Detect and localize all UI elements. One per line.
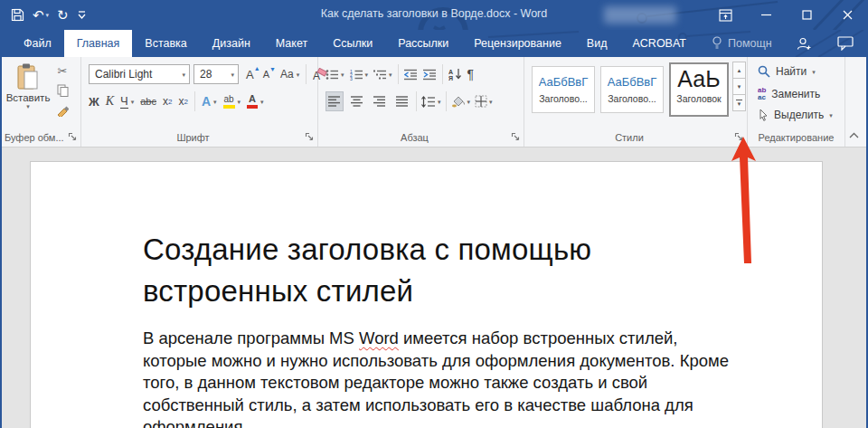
window-controls: [705, 0, 868, 30]
numbering-button[interactable]: 123 ▾: [350, 69, 369, 81]
find-caret-icon[interactable]: ▾: [812, 69, 816, 75]
tab-references[interactable]: Ссылки: [320, 30, 385, 57]
font-size-caret-icon[interactable]: ▾: [231, 71, 234, 78]
comments-icon[interactable]: [837, 36, 854, 51]
tab-layout-label: Макет: [276, 37, 307, 50]
cut-icon[interactable]: ✂: [58, 65, 68, 77]
tab-review[interactable]: Рецензирование: [461, 30, 574, 57]
scroll-down-icon: ▼: [737, 84, 742, 90]
tab-file[interactable]: Файл: [11, 30, 64, 57]
style-name: Заголово...: [601, 93, 663, 104]
customize-quick-access-icon[interactable]: [77, 10, 87, 20]
tab-mailings[interactable]: Рассылки: [385, 30, 461, 57]
align-right-button[interactable]: [371, 91, 389, 111]
font-name-combo[interactable]: Calibri Light ▾: [89, 64, 190, 84]
save-icon[interactable]: [11, 8, 24, 22]
styles-gallery-more-button[interactable]: ▼: [732, 94, 746, 111]
styles-group: АаБбВвГ Заголово... АаБбВвГ Заголово... …: [524, 57, 748, 147]
italic-button[interactable]: К: [106, 94, 114, 109]
tab-design[interactable]: Дизайн: [200, 30, 263, 57]
replace-icon-bottom: ac: [758, 94, 766, 101]
change-case-button[interactable]: Aa ▾: [280, 68, 299, 81]
clipboard-mini-buttons: ✂: [56, 65, 69, 117]
align-center-button[interactable]: [348, 91, 366, 111]
replace-button[interactable]: ab ac Заменить: [758, 87, 820, 101]
font-color-caret-icon[interactable]: ▾: [260, 99, 264, 105]
strikethrough-button[interactable]: abc: [140, 96, 156, 107]
text-effects-button[interactable]: А ▾: [202, 94, 217, 109]
tab-home[interactable]: Главная: [64, 30, 133, 57]
share-person-icon[interactable]: [797, 37, 812, 51]
tab-acrobat[interactable]: ACROBAT: [619, 30, 699, 57]
select-button[interactable]: Выделить ▾: [758, 109, 833, 121]
text-effects-caret-icon[interactable]: ▾: [213, 99, 217, 105]
format-painter-icon[interactable]: [56, 104, 69, 117]
font-size-combo[interactable]: 28 ▾: [193, 64, 239, 84]
line-spacing-caret-icon[interactable]: ▾: [438, 99, 441, 105]
subscript-button[interactable]: x2: [163, 95, 172, 108]
highlight-caret-icon[interactable]: ▾: [238, 99, 241, 105]
tab-view[interactable]: Вид: [574, 30, 620, 57]
underline-button[interactable]: Ч ▾: [120, 94, 134, 109]
superscript-button[interactable]: x2: [178, 95, 187, 108]
font-color-icon: A: [247, 94, 258, 109]
editing-group-label: Редактирование: [748, 132, 844, 143]
grow-font-button[interactable]: A ▲: [246, 68, 254, 81]
styles-scroll-down-button[interactable]: ▼: [732, 78, 746, 95]
paragraph-dialog-launcher-icon[interactable]: [511, 132, 521, 142]
find-button[interactable]: Найти ▾: [758, 65, 816, 78]
sort-button[interactable]: АЯ: [448, 68, 462, 81]
maximize-button[interactable]: [787, 0, 827, 30]
bullets-caret-icon[interactable]: ▾: [341, 71, 344, 78]
style-card-heading1[interactable]: АаБбВвГ Заголово...: [532, 66, 595, 113]
shading-button[interactable]: ▾: [451, 95, 471, 108]
svg-text:Я: Я: [448, 75, 453, 81]
tab-layout[interactable]: Макет: [263, 30, 320, 57]
tabbar-right-icons: [797, 30, 868, 57]
font-color-button[interactable]: A ▾: [247, 94, 264, 109]
clipboard-group: Вставить ▾ ✂ Буфер обм...: [0, 57, 81, 147]
copy-icon[interactable]: [57, 84, 69, 97]
multilevel-list-button[interactable]: ▾: [373, 69, 392, 81]
numbering-caret-icon[interactable]: ▾: [365, 71, 369, 78]
shading-caret-icon[interactable]: ▾: [467, 99, 471, 105]
multilevel-caret-icon[interactable]: ▾: [389, 71, 392, 78]
justify-button[interactable]: [393, 91, 411, 111]
bullets-button[interactable]: ▾: [326, 69, 344, 81]
paste-button[interactable]: Вставить ▾: [5, 63, 51, 109]
show-marks-button[interactable]: ¶: [467, 67, 475, 81]
collapse-ribbon-icon[interactable]: [848, 131, 860, 139]
decrease-indent-button[interactable]: [404, 69, 418, 81]
font-name-caret-icon[interactable]: ▾: [182, 71, 185, 78]
highlight-button[interactable]: ab ▾: [223, 95, 241, 109]
undo-dropdown-caret-icon[interactable]: ▾: [46, 12, 50, 19]
font-dialog-launcher-icon[interactable]: [305, 132, 315, 142]
svg-text:А: А: [448, 69, 453, 75]
styles-scroll-up-button[interactable]: ▲: [732, 62, 746, 79]
shrink-font-button[interactable]: A ▼: [263, 69, 269, 80]
redo-icon[interactable]: ↻: [57, 8, 69, 22]
style-card-heading2[interactable]: АаБбВвГ Заголово...: [600, 66, 664, 113]
cursor-arrow-icon: [758, 109, 769, 121]
style-card-title-selected[interactable]: АаЬ Заголовок: [669, 62, 729, 117]
borders-button[interactable]: ▾: [475, 95, 493, 108]
tab-tell-me[interactable]: Помощн: [699, 30, 785, 57]
underline-caret-icon[interactable]: ▾: [131, 99, 135, 105]
align-left-button[interactable]: [326, 91, 344, 111]
ribbon: Вставить ▾ ✂ Буфер обм...: [0, 57, 868, 147]
line-spacing-button[interactable]: ▾: [421, 96, 441, 108]
undo-button[interactable]: ↶ ▾: [33, 8, 49, 22]
document-page[interactable]: Создание заголовка с помощью встроенных …: [30, 161, 823, 428]
increase-indent-button[interactable]: [423, 69, 437, 81]
borders-caret-icon[interactable]: ▾: [489, 99, 493, 105]
clipboard-dialog-launcher-icon[interactable]: [68, 132, 78, 142]
replace-label: Заменить: [771, 88, 820, 100]
bold-button[interactable]: Ж: [89, 95, 99, 109]
select-caret-icon[interactable]: ▾: [829, 112, 833, 119]
paste-dropdown-caret-icon[interactable]: ▾: [5, 103, 51, 109]
ribbon-display-options-button[interactable]: [705, 0, 746, 30]
close-button[interactable]: [827, 0, 868, 30]
tab-insert[interactable]: Вставка: [132, 30, 199, 57]
minimize-button[interactable]: [746, 0, 787, 30]
ribbon-tab-bar: Файл Главная Вставка Дизайн Макет Ссылки…: [0, 30, 868, 57]
